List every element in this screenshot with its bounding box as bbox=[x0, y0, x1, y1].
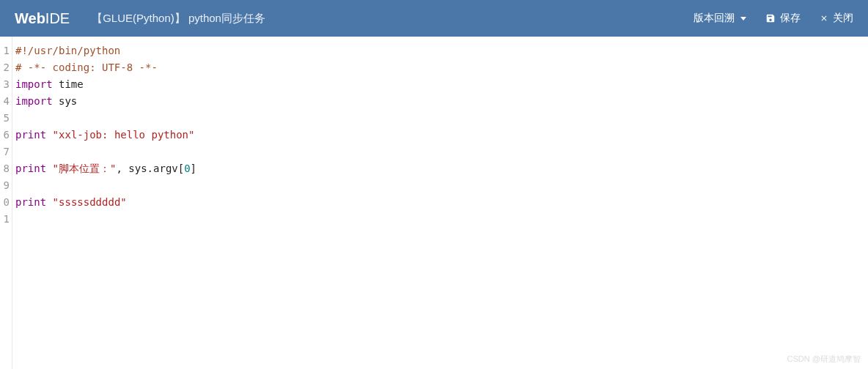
header-left: WebIDE 【GLUE(Python)】 python同步任务 bbox=[15, 10, 265, 27]
code-line[interactable] bbox=[15, 211, 868, 228]
code-line[interactable]: # -*- coding: UTF-8 -*- bbox=[15, 59, 868, 76]
line-number: 7 bbox=[0, 144, 12, 160]
code-line[interactable]: import sys bbox=[15, 93, 868, 110]
save-button[interactable]: 保存 bbox=[765, 12, 801, 25]
line-number: 6 bbox=[0, 127, 12, 144]
line-number: 1 bbox=[0, 42, 12, 59]
code-line[interactable] bbox=[15, 177, 868, 194]
logo: WebIDE bbox=[15, 10, 70, 27]
code-line[interactable]: print "脚本位置：", sys.argv[0] bbox=[15, 160, 868, 177]
save-label: 保存 bbox=[780, 12, 801, 25]
line-number: 2 bbox=[0, 59, 12, 76]
line-number: 8 bbox=[0, 160, 12, 177]
code-line[interactable]: #!/usr/bin/python bbox=[15, 42, 868, 59]
header-bar: WebIDE 【GLUE(Python)】 python同步任务 版本回溯 保存… bbox=[0, 0, 868, 37]
close-button[interactable]: 关闭 bbox=[820, 12, 853, 25]
close-label: 关闭 bbox=[833, 12, 853, 25]
header-right: 版本回溯 保存 关闭 bbox=[694, 12, 853, 25]
caret-down-icon bbox=[740, 17, 746, 20]
code-line[interactable] bbox=[15, 110, 868, 127]
line-number: 5 bbox=[0, 110, 12, 127]
logo-part1: Web bbox=[15, 10, 45, 26]
code-line[interactable] bbox=[15, 144, 868, 160]
line-number: 3 bbox=[0, 76, 12, 93]
editor: 12345678901 #!/usr/bin/python# -*- codin… bbox=[0, 37, 868, 369]
code-area[interactable]: #!/usr/bin/python# -*- coding: UTF-8 -*-… bbox=[12, 37, 868, 369]
close-icon bbox=[820, 14, 828, 23]
page-title: 【GLUE(Python)】 python同步任务 bbox=[92, 12, 265, 26]
code-line[interactable]: print "sssssddddd" bbox=[15, 194, 868, 211]
line-number: 4 bbox=[0, 93, 12, 110]
version-history-button[interactable]: 版本回溯 bbox=[694, 12, 746, 25]
save-icon bbox=[765, 13, 776, 23]
code-line[interactable]: import time bbox=[15, 76, 868, 93]
code-line[interactable]: print "xxl-job: hello python" bbox=[15, 127, 868, 144]
logo-part2: IDE bbox=[45, 10, 70, 26]
line-number: 9 bbox=[0, 177, 12, 194]
watermark: CSDN @研道鸠摩智 bbox=[787, 354, 861, 365]
line-number: 0 bbox=[0, 194, 12, 211]
line-gutter: 12345678901 bbox=[0, 37, 12, 369]
version-history-label: 版本回溯 bbox=[694, 12, 735, 25]
line-number: 1 bbox=[0, 211, 12, 228]
